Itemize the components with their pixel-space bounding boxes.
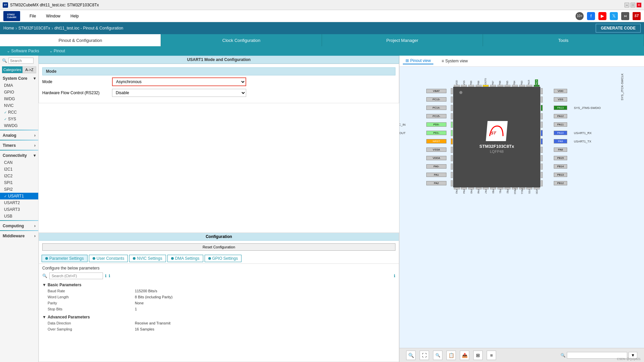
params-info-icon-3[interactable]: ℹ bbox=[394, 274, 395, 278]
sidebar-item-spi1[interactable]: SPI1 bbox=[0, 179, 38, 186]
param-tab-gpio[interactable]: GPIO Settings bbox=[205, 255, 242, 262]
pin-pc13: PC13- bbox=[426, 97, 446, 102]
sidebar-item-usb[interactable]: USB bbox=[0, 213, 38, 220]
zoom-in-button[interactable]: 🔍 bbox=[406, 351, 416, 360]
pin-pb14: PB14 bbox=[554, 164, 567, 169]
sidebar-item-gpio[interactable]: GPIO bbox=[0, 89, 38, 96]
sidebar-item-i2c2[interactable]: I2C2 bbox=[0, 173, 38, 179]
section-header-computing[interactable]: Computing › bbox=[0, 222, 38, 230]
pin-pa0: PA0- bbox=[426, 164, 446, 169]
menu-window[interactable]: Window bbox=[41, 12, 65, 20]
param-tab-user[interactable]: User Constants bbox=[89, 255, 128, 262]
section-header-analog[interactable]: Analog › bbox=[0, 132, 38, 139]
breadcrumb-project[interactable]: dht11_test.ioc - Pinout & Configuration bbox=[54, 26, 123, 31]
close-button[interactable]: ✕ bbox=[637, 3, 641, 7]
tab-pinout[interactable]: Pinout & Configuration bbox=[0, 34, 161, 46]
share-icon[interactable]: ⋈ bbox=[621, 12, 629, 20]
signal-sys-jtms: SYS_JTMS-SWDIO bbox=[574, 105, 601, 111]
tab-pinout-view[interactable]: ⊞ Pinout view bbox=[403, 58, 433, 64]
sidebar-item-wwdg[interactable]: WWDG bbox=[0, 122, 38, 129]
sidebar-item-nvic[interactable]: NVIC bbox=[0, 102, 38, 109]
right-pin-boxes bbox=[541, 87, 543, 187]
section-header-middleware[interactable]: Middleware › bbox=[0, 232, 38, 240]
divider-4 bbox=[0, 220, 38, 221]
tab-system-view[interactable]: ≡ System view bbox=[439, 58, 470, 64]
hw-flow-label: Hardware Flow Control (RS232) bbox=[42, 90, 109, 95]
section-header-connectivity[interactable]: Connectivity ▾ bbox=[0, 152, 38, 159]
facebook-icon[interactable]: f bbox=[587, 12, 595, 20]
twitter-icon[interactable]: 𝕏 bbox=[610, 12, 618, 20]
zoom-out-button[interactable]: 🔍 bbox=[433, 351, 442, 360]
reset-config-button[interactable]: Reset Configuration bbox=[42, 243, 395, 251]
breadcrumb-home[interactable]: Home bbox=[3, 26, 14, 31]
basic-params-header[interactable]: ▼ Basic Parameters bbox=[42, 282, 395, 288]
param-tab-dot-gpio bbox=[208, 257, 211, 260]
breadcrumb-sep2: › bbox=[51, 25, 53, 31]
sidebar-item-iwdg[interactable]: IWDG bbox=[0, 96, 38, 102]
advanced-params-group: ▼ Advanced Parameters Data Direction Rec… bbox=[42, 314, 395, 332]
tab-project[interactable]: Project Manager bbox=[322, 34, 483, 46]
param-stop-bits: Stop Bits 1 bbox=[42, 306, 395, 312]
titlebar-controls[interactable]: ─ □ ✕ bbox=[625, 3, 641, 7]
sidebar-item-usart2[interactable]: USART2 bbox=[0, 199, 38, 206]
sidebar-item-rcc[interactable]: ✓ RCC bbox=[0, 109, 38, 116]
search-input[interactable] bbox=[8, 58, 34, 64]
export-button-1[interactable]: 📋 bbox=[446, 351, 456, 360]
section-computing: Computing › bbox=[0, 222, 38, 231]
section-header-timers[interactable]: Timers › bbox=[0, 142, 38, 149]
param-tab-nvic[interactable]: NVIC Settings bbox=[129, 255, 166, 262]
tab-tools[interactable]: Tools bbox=[483, 34, 644, 46]
param-tab-dot-settings bbox=[45, 257, 48, 260]
mode-spacer bbox=[39, 103, 399, 232]
menu-help[interactable]: Help bbox=[66, 12, 84, 20]
generate-code-button[interactable]: GENERATE CODE bbox=[596, 24, 641, 33]
sidebar-item-spi2[interactable]: SPI2 bbox=[0, 186, 38, 193]
sidebar-item-dma[interactable]: DMA bbox=[0, 82, 38, 89]
params-info-icon-2[interactable]: ℹ bbox=[109, 274, 110, 278]
param-tab-settings[interactable]: Parameter Settings bbox=[42, 255, 88, 262]
param-tab-dot-nvic bbox=[133, 257, 136, 260]
menubar-left: STM32CubeMX File Window Help bbox=[3, 11, 84, 21]
sidebar-tab-az[interactable]: A->Z bbox=[22, 66, 36, 73]
version-icon: 10+ bbox=[576, 12, 584, 20]
hw-flow-select[interactable]: Disable bbox=[112, 89, 246, 97]
config-area: Configuration Reset Configuration Parame… bbox=[39, 233, 399, 362]
sidebar-item-i2c1[interactable]: I2C1 bbox=[0, 166, 38, 173]
st-brand-icon[interactable]: ST bbox=[633, 12, 641, 20]
param-tab-dma[interactable]: DMA Settings bbox=[167, 255, 203, 262]
export-button-2[interactable]: 📤 bbox=[460, 351, 469, 360]
chip-logo: ST STM32F103C8Tx LQFP48 bbox=[479, 121, 514, 154]
sidebar: 🔍 Categories A->Z System Core ▾ DMA GPIO… bbox=[0, 56, 39, 362]
section-header-system-core[interactable]: System Core ▾ bbox=[0, 75, 38, 82]
youtube-icon[interactable]: ▶ bbox=[598, 12, 606, 20]
sidebar-item-can[interactable]: CAN bbox=[0, 159, 38, 166]
fit-view-button[interactable]: ⛶ bbox=[420, 351, 429, 360]
maximize-button[interactable]: □ bbox=[631, 3, 635, 7]
pin-pa1: PA1 bbox=[426, 173, 446, 177]
sidebar-item-sys[interactable]: ✓ SYS bbox=[0, 116, 38, 122]
grid-button[interactable]: ⊞ bbox=[473, 351, 483, 360]
menu-file[interactable]: File bbox=[25, 12, 41, 20]
sidebar-tab-categories[interactable]: Categories bbox=[2, 66, 22, 73]
left-pin-labels: VBAT PC13- PC14- PC15- PD0- PD1- NRST VS… bbox=[426, 87, 446, 187]
tab-clock[interactable]: Clock Configuration bbox=[161, 34, 322, 46]
breadcrumb-device[interactable]: STM32F103C8Tx bbox=[18, 26, 50, 31]
sub-tab-software-packs[interactable]: ⌄ Software Packs bbox=[7, 49, 39, 53]
pin-pb13: PB13 bbox=[554, 173, 567, 177]
params-info-icon-1[interactable]: ℹ bbox=[105, 274, 107, 278]
config-header: Configuration bbox=[39, 233, 399, 241]
list-button[interactable]: ≡ bbox=[487, 351, 496, 360]
signal-labels-right: SYS_JTMS-SWDIO USART1_RX USART1_TX bbox=[574, 87, 601, 187]
pin-pc14: PC14- bbox=[426, 106, 446, 110]
titlebar-text: STM32CubeMX dht11_test.ioc: STM32F103C8T… bbox=[10, 3, 99, 7]
param-tabs: Parameter Settings User Constants NVIC S… bbox=[39, 253, 399, 264]
sidebar-item-usart3[interactable]: USART3 bbox=[0, 206, 38, 213]
params-search-input[interactable] bbox=[49, 273, 103, 279]
bottom-pin-labels: PA3 PA4 PA5 PA6 PA7 PB0 PB1 PB2 PB10 PB1… bbox=[453, 188, 540, 195]
advanced-params-header[interactable]: ▼ Advanced Parameters bbox=[42, 314, 395, 320]
minimize-button[interactable]: ─ bbox=[625, 3, 629, 7]
mode-select[interactable]: Asynchronous bbox=[112, 77, 246, 86]
sidebar-search-area: 🔍 bbox=[0, 56, 38, 66]
sub-tab-pinout[interactable]: ⌄ Pinout bbox=[49, 49, 65, 53]
sidebar-item-usart1[interactable]: ✓ USART1 bbox=[0, 193, 38, 199]
